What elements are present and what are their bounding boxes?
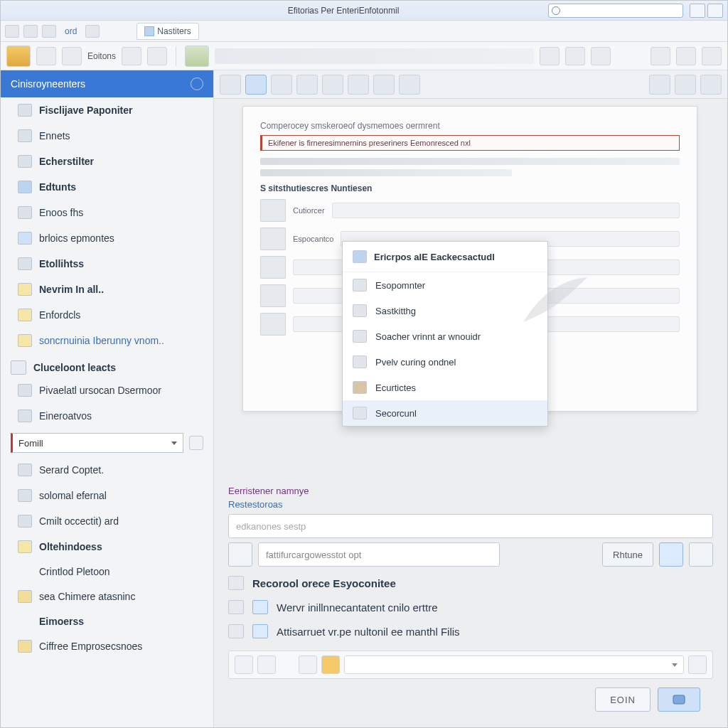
page-icon — [252, 600, 268, 614]
tb-btn-11[interactable] — [700, 75, 722, 95]
sidebar-lower-0[interactable]: Serard Coptet. — [1, 457, 213, 483]
tb-btn-9[interactable] — [649, 75, 670, 95]
ribbon-btn-9[interactable] — [651, 47, 670, 65]
sidebar-lower-3[interactable]: Oltehindoess — [1, 534, 213, 560]
mini-btn-3[interactable] — [299, 655, 317, 674]
ribbon-btn-3[interactable] — [122, 47, 141, 65]
page-icon — [353, 304, 367, 317]
qat-icon-3[interactable] — [42, 25, 56, 38]
feather-watermark-icon — [520, 274, 591, 326]
sidebar-coll-1[interactable]: Eineroatvos — [1, 403, 213, 429]
qat-icon-4[interactable] — [85, 25, 100, 38]
option-row-3[interactable]: Attisarruet vr.pe nultonil ee manthl Fil… — [228, 619, 713, 643]
ribbon-btn-6[interactable] — [540, 47, 560, 65]
title-search[interactable] — [548, 4, 683, 18]
tb-btn-7[interactable] — [373, 75, 395, 95]
ribbon-btn-4[interactable] — [147, 47, 167, 65]
field-prefix-icon[interactable] — [228, 542, 252, 567]
sidebar-item-4[interactable]: Enoos fhs — [1, 200, 213, 225]
sidebar-item-3[interactable]: Edtunts — [1, 174, 213, 200]
filter-button[interactable]: Rhtune — [602, 542, 653, 567]
combo-action-icon[interactable] — [189, 436, 203, 450]
ribbon-btn-1[interactable] — [36, 47, 56, 65]
tab-main[interactable]: Nastiters — [136, 23, 198, 40]
ribbon-btn-10[interactable] — [676, 47, 696, 65]
sidebar-lower-5[interactable]: sea Chimere atasninc — [1, 584, 213, 609]
tb-btn-6[interactable] — [348, 75, 369, 95]
attach-icon — [228, 624, 244, 638]
ribbon-btn-2[interactable] — [62, 47, 82, 65]
ok-button[interactable] — [658, 687, 700, 712]
sidebar-item-6[interactable]: Etollihtss — [1, 251, 213, 277]
tb-btn-3[interactable] — [271, 75, 292, 95]
tb-btn-2[interactable] — [245, 75, 267, 95]
refresh-icon[interactable] — [191, 77, 203, 90]
doc-field — [332, 203, 680, 218]
doc-icon — [144, 26, 154, 36]
ribbon-sep-1 — [176, 46, 176, 66]
ribbon-btn-8[interactable] — [591, 47, 611, 65]
sidebar-item-1[interactable]: Ennets — [1, 123, 213, 149]
search-field-2[interactable]: fattifurcargowesstot opt — [258, 542, 500, 567]
mini-dropdown[interactable] — [344, 655, 684, 674]
qat-icon-1[interactable] — [5, 25, 19, 38]
tb-btn-4[interactable] — [296, 75, 318, 95]
sidebar-lower-6[interactable]: Eimoerss — [1, 609, 213, 633]
sidebar-item-9[interactable]: soncrnuinia Iberunny vnom.. — [1, 328, 213, 353]
title-btn-2[interactable] — [707, 4, 723, 18]
popup-item-2[interactable]: Soacher vrinnt ar wnouidr — [343, 323, 547, 349]
sidebar-group-collection[interactable]: Cluceloont leacts — [1, 353, 213, 378]
tb-btn-1[interactable] — [220, 75, 241, 95]
field-action-1[interactable] — [659, 542, 683, 567]
item-icon — [18, 515, 32, 528]
window-title: Efitorias Per EnteriEnfotonmil — [288, 6, 400, 16]
popup-item-4[interactable]: Ecurtictes — [343, 375, 547, 400]
content-pane: Comperocey smskeroeof dysmemoes oermrent… — [214, 70, 727, 727]
form-area: Eerristener namnye Restestoroas edkanone… — [214, 474, 727, 727]
sidebar-coll-0[interactable]: Pivaelatl ursocan Dsermoor — [1, 378, 213, 403]
mini-btn-2[interactable] — [257, 655, 276, 674]
sidebar-lower-2[interactable]: Cmilt occectit) ard — [1, 508, 213, 534]
popup-item-1[interactable]: Sastkitthg — [343, 298, 547, 323]
collection-icon — [11, 360, 26, 375]
list-icon — [18, 104, 32, 117]
qat-icon-2[interactable] — [23, 25, 38, 38]
item-icon — [18, 384, 32, 397]
ribbon-paste-icon[interactable] — [6, 46, 31, 67]
pin-icon — [228, 576, 244, 590]
ribbon-btn-5[interactable] — [185, 46, 209, 67]
tb-btn-5[interactable] — [322, 75, 343, 95]
ribbon-btn-11[interactable] — [702, 47, 722, 65]
title-btn-1[interactable] — [690, 4, 705, 18]
search-field-1[interactable]: edkanones sestp — [228, 514, 713, 538]
sidebar-item-5[interactable]: brloics epmontes — [1, 225, 213, 251]
item-icon — [18, 489, 32, 502]
cancel-button[interactable]: EOIN — [595, 687, 651, 712]
mini-btn-4[interactable] — [321, 655, 340, 674]
popup-item-3[interactable]: Pvelv curing ondnel — [343, 349, 547, 375]
ribbon: Eoitons — [1, 42, 727, 70]
sidebar-item-2[interactable]: Echerstilter — [1, 149, 213, 174]
option-row-2[interactable]: Wervr inillnnecantatent cnilo erttre — [228, 595, 713, 619]
tb-btn-8[interactable] — [399, 75, 420, 95]
clipboard-icon — [353, 330, 367, 343]
popup-item-5[interactable]: Secorcunl — [343, 400, 547, 426]
app-window: Efitorias Per EnteriEnfotonmil ord Nasti… — [0, 0, 728, 728]
sidebar-lower-4[interactable]: Crintlod Pletoon — [1, 560, 213, 584]
mini-btn-5[interactable] — [688, 655, 707, 674]
tb-btn-10[interactable] — [675, 75, 696, 95]
grid-icon — [18, 232, 32, 245]
sidebar-item-8[interactable]: Enfordcls — [1, 302, 213, 328]
sidebar-lower-7[interactable]: Ciffree Emprosecsnoes — [1, 633, 213, 659]
popup-item-0[interactable]: Esopomnter — [343, 272, 547, 298]
sidebar-item-7[interactable]: Nevrim In all.. — [1, 277, 213, 302]
option-row-1[interactable]: Recorool orece Esyoconitee — [228, 571, 713, 595]
sidebar-item-0[interactable]: Fisclijave Paponiter — [1, 97, 213, 123]
ribbon-blur-area — [215, 48, 534, 64]
list-icon — [353, 250, 367, 263]
sidebar-combo[interactable]: Fomill — [11, 433, 183, 453]
mini-btn-1[interactable] — [235, 655, 253, 674]
sidebar-lower-1[interactable]: solomal efernal — [1, 483, 213, 508]
field-action-2[interactable] — [689, 542, 713, 567]
ribbon-btn-7[interactable] — [565, 47, 585, 65]
